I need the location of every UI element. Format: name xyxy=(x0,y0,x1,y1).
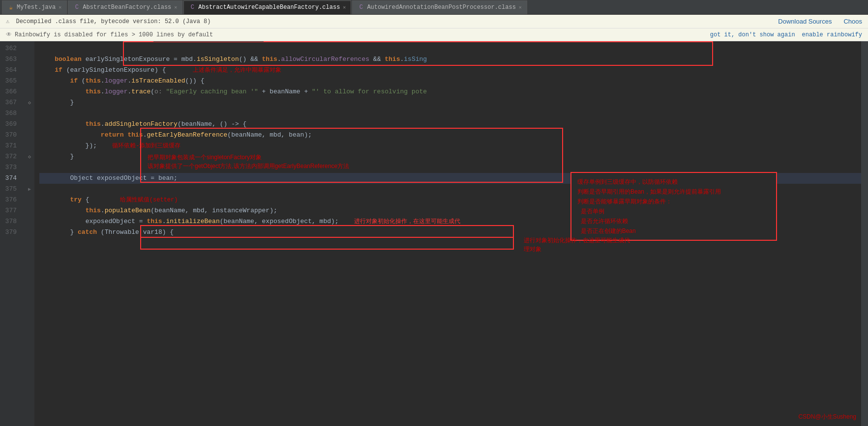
tab-autowiredannotation[interactable]: C AutowiredAnnotationBeanPostProcessor.c… xyxy=(352,0,527,14)
line-366: 366 xyxy=(0,86,21,97)
fold-370 xyxy=(25,130,34,141)
tab-label: AutowiredAnnotationBeanPostProcessor.cla… xyxy=(367,4,515,11)
class-icon: C xyxy=(189,4,196,11)
close-icon[interactable]: ✕ xyxy=(174,4,177,10)
editor-area: 362 363 364 365 366 367 368 369 370 371 … xyxy=(0,41,868,426)
fold-364 xyxy=(25,65,34,76)
line-376: 376 xyxy=(0,195,21,205)
fold-377 xyxy=(25,205,34,216)
fold-373 xyxy=(25,162,34,173)
right-scrollbar[interactable] xyxy=(861,41,868,426)
got-it-link[interactable]: got it, don't show again xyxy=(710,31,795,38)
fold-371 xyxy=(25,141,34,151)
close-icon[interactable]: ✕ xyxy=(59,4,61,10)
fold-372: ◇ xyxy=(25,151,34,162)
download-sources-link[interactable]: Download Sources xyxy=(778,18,832,25)
code-line-363: boolean earlySingletonExposure = mbd.isS… xyxy=(39,54,861,65)
line-371: 371 xyxy=(0,141,21,151)
eye-icon: 👁 xyxy=(6,31,12,38)
class-icon: C xyxy=(73,4,80,11)
cn-tooltip-line5: 是否允许循环依赖 xyxy=(577,216,770,226)
cn-tooltip-line1: 缓存单例到三级缓存中，以防循环依赖 xyxy=(577,177,770,187)
decompile-notice: ⚠ Decompiled .class file, bytecode versi… xyxy=(6,18,778,25)
line-375: 375 xyxy=(0,184,21,195)
tab-label: AbstractAutowireCapableBeanFactory.class xyxy=(198,4,340,11)
class-icon: C xyxy=(358,4,364,11)
rainbow-links: got it, don't show again enable rainbowi… xyxy=(710,31,862,38)
choose-link[interactable]: Choos xyxy=(843,18,862,25)
annotation-box-5 xyxy=(140,237,514,250)
fold-363 xyxy=(25,54,34,65)
fold-368 xyxy=(25,108,34,119)
cn-tooltip-3: 缓存单例到三级缓存中，以防循环依赖 判断是否早期引用的Bean，如果是则允许提前… xyxy=(570,172,777,241)
fold-375: ▶ xyxy=(25,184,34,195)
line-367: 367 xyxy=(0,97,21,108)
fold-374 xyxy=(25,173,34,184)
fold-376 xyxy=(25,195,34,205)
cn-tooltip-line3: 判断是否能够暴露早期对象的条件： xyxy=(577,197,770,206)
close-icon[interactable]: ✕ xyxy=(343,4,346,10)
line-370: 370 xyxy=(0,130,21,141)
line-numbers: 362 363 364 365 366 367 368 369 370 371 … xyxy=(0,41,25,426)
code-line-366: this.logger.trace(o: "Eagerly caching be… xyxy=(39,86,861,97)
line-364: 364 xyxy=(0,65,21,76)
tab-mytest[interactable]: ☕ MyTest.java ✕ xyxy=(2,0,67,14)
code-line-369: this.addSingletonFactory(beanName, () ->… xyxy=(39,119,861,130)
watermark: CSDN@小生Susheng xyxy=(798,413,856,421)
line-362: 362 xyxy=(0,43,21,54)
line-363: 363 xyxy=(0,54,21,65)
line-368: 368 xyxy=(0,108,21,119)
fold-365 xyxy=(25,76,34,86)
line-377: 377 xyxy=(0,205,21,216)
tab-label: MyTest.java xyxy=(17,4,56,11)
rainbow-text: Rainbowify is disabled for files > 1000 … xyxy=(15,31,710,38)
info-bar: ⚠ Decompiled .class file, bytecode versi… xyxy=(0,15,868,28)
fold-378 xyxy=(25,216,34,227)
line-372: 372 xyxy=(0,151,21,162)
tab-bar: ☕ MyTest.java ✕ C AbstractBeanFactory.cl… xyxy=(0,0,868,15)
code-line-371: }); 循环依赖-添加到三级缓存 xyxy=(39,141,861,151)
line-379: 379 xyxy=(0,227,21,238)
fold-366 xyxy=(25,86,34,97)
fold-369 xyxy=(25,119,34,130)
fold-362 xyxy=(25,43,34,54)
cn-tooltip-line4: 是否单例 xyxy=(577,206,770,216)
code-line-372: } xyxy=(39,151,861,162)
tab-label: AbstractBeanFactory.class xyxy=(83,4,171,11)
info-links: Download Sources Choos xyxy=(778,18,862,25)
code-line-362 xyxy=(39,43,861,54)
code-line-367: } xyxy=(39,97,861,108)
code-line-373 xyxy=(39,162,861,173)
code-line-370: return this.getEarlyBeanReference(beanNa… xyxy=(39,130,861,141)
close-icon[interactable]: ✕ xyxy=(519,4,522,10)
tab-abstractautowire[interactable]: C AbstractAutowireCapableBeanFactory.cla… xyxy=(183,0,351,14)
line-365: 365 xyxy=(0,76,21,86)
fold-gutter: ◇ ◇ ▶ xyxy=(25,41,34,426)
rainbow-bar: 👁 Rainbowify is disabled for files > 100… xyxy=(0,28,868,41)
java-icon: ☕ xyxy=(7,4,14,11)
line-373: 373 xyxy=(0,162,21,173)
line-369: 369 xyxy=(0,119,21,130)
line-374: 374 xyxy=(0,173,21,184)
code-line-364: if (earlySingletonExposure) { 上述条件满足，允许中… xyxy=(39,65,861,76)
enable-rainbow-link[interactable]: enable rainbowify xyxy=(802,31,862,38)
code-line-368 xyxy=(39,108,861,119)
line-378: 378 xyxy=(0,216,21,227)
code-content[interactable]: boolean earlySingletonExposure = mbd.isS… xyxy=(34,41,861,426)
code-line-365: if (this.logger.isTraceEnabled()) { xyxy=(39,76,861,86)
cn-tooltip-line2: 判断是否早期引用的Bean，如果是则允许提前暴露引用 xyxy=(577,187,770,197)
tab-abstractbeanfactory[interactable]: C AbstractBeanFactory.class ✕ xyxy=(68,0,182,14)
fold-367: ◇ xyxy=(25,97,34,108)
cn-tooltip-line6: 是否正在创建的Bean xyxy=(577,226,770,236)
fold-379 xyxy=(25,227,34,238)
